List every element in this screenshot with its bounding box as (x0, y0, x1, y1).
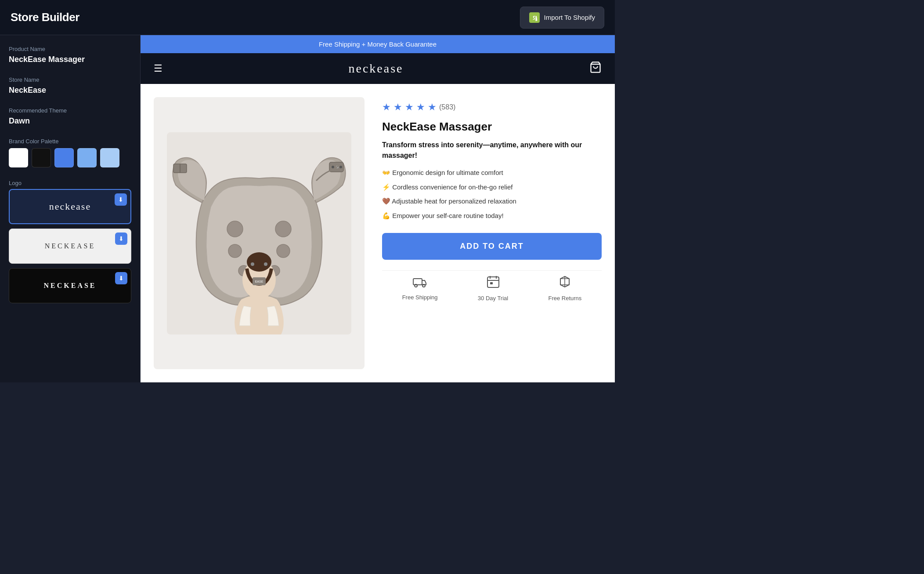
product-image-container: EASE (154, 97, 365, 369)
svg-rect-23 (487, 277, 499, 287)
star-1: ★ (382, 102, 391, 113)
star-4: ★ (416, 102, 425, 113)
color-palette (9, 148, 131, 167)
star-3: ★ (405, 102, 414, 113)
svg-point-2 (227, 221, 243, 237)
product-features: 👐 Ergonomic design for ultimate comfort … (382, 168, 602, 221)
download-icon-1[interactable]: ⬇ (115, 193, 127, 206)
color-palette-section: Brand Color Palette (9, 138, 131, 167)
palette-label: Brand Color Palette (9, 138, 131, 145)
logo-card-dark[interactable]: neckease ⬇ (9, 189, 131, 224)
store-logo: neckease (348, 62, 403, 76)
import-button-label: Import To Shopify (544, 14, 595, 21)
import-to-shopify-button[interactable]: Import To Shopify (520, 7, 604, 29)
logo-text-1: neckease (49, 201, 91, 212)
svg-rect-20 (413, 279, 422, 285)
product-tagline: Transform stress into serenity—anytime, … (382, 140, 602, 161)
stars-row: ★ ★ ★ ★ ★ (583) (382, 102, 602, 113)
main-layout: Product Name NeckEase Massager Store Nam… (0, 35, 615, 382)
theme-label: Recommended Theme (9, 107, 131, 114)
app-title: Store Builder (11, 11, 79, 24)
product-name-label: Product Name (9, 46, 131, 52)
badge-returns-label: Free Returns (548, 295, 581, 302)
feature-3: 🤎 Adjustable heat for personalized relax… (382, 196, 602, 207)
svg-point-21 (415, 284, 417, 287)
shopify-icon (529, 12, 540, 23)
logo-text-2: NECKEASE (45, 242, 96, 250)
download-icon-3[interactable]: ⬇ (115, 272, 127, 284)
download-icon-2[interactable]: ⬇ (115, 233, 127, 245)
color-swatch-lightblue1[interactable] (77, 148, 97, 167)
star-5: ★ (428, 102, 437, 113)
app-header: Store Builder Import To Shopify (0, 0, 615, 35)
badge-shipping-label: Free Shipping (402, 294, 438, 301)
feature-2: ⚡ Cordless convenience for on-the-go rel… (382, 182, 602, 193)
logo-section: Logo neckease ⬇ NECKEASE ⬇ NECKEASE ⬇ (9, 180, 131, 303)
color-swatch-white[interactable] (9, 148, 28, 167)
cart-icon[interactable] (589, 61, 602, 76)
feature-4: 💪 Empower your self-care routine today! (382, 211, 602, 221)
svg-point-16 (251, 262, 254, 266)
badge-trial: 30 Day Trial (478, 275, 508, 302)
color-swatch-blue[interactable] (54, 148, 74, 167)
svg-point-3 (275, 221, 291, 237)
badge-shipping: Free Shipping (402, 275, 438, 302)
store-name-label: Store Name (9, 76, 131, 83)
review-count: (583) (439, 103, 455, 111)
hamburger-icon[interactable]: ☰ (154, 63, 162, 74)
svg-point-15 (247, 252, 271, 272)
store-name-value: NeckEase (9, 86, 131, 95)
logo-label: Logo (9, 180, 131, 186)
theme-value: Dawn (9, 116, 131, 126)
product-title: NeckEase Massager (382, 120, 602, 134)
svg-text:EASE: EASE (255, 280, 263, 283)
star-2: ★ (393, 102, 402, 113)
badge-trial-label: 30 Day Trial (478, 295, 508, 302)
logo-text-3: NECKEASE (43, 282, 96, 290)
sidebar: Product Name NeckEase Massager Store Nam… (0, 35, 141, 382)
store-preview: Free Shipping + Money Back Guarantee ☰ n… (141, 35, 615, 382)
returns-icon (558, 275, 571, 291)
svg-point-22 (422, 284, 425, 287)
product-details: ★ ★ ★ ★ ★ (583) NeckEase Massager Transf… (382, 97, 602, 369)
store-name-section: Store Name NeckEase (9, 76, 131, 95)
svg-point-13 (339, 166, 342, 168)
logo-card-light[interactable]: NECKEASE ⬇ (9, 229, 131, 264)
product-image: EASE (167, 132, 351, 334)
svg-point-4 (228, 244, 242, 258)
svg-point-17 (264, 262, 267, 266)
svg-point-11 (332, 166, 334, 168)
product-name-value: NeckEase Massager (9, 55, 131, 64)
color-swatch-black[interactable] (32, 148, 51, 167)
trial-icon (487, 275, 500, 291)
logo-card-black[interactable]: NECKEASE ⬇ (9, 268, 131, 303)
product-name-section: Product Name NeckEase Massager (9, 46, 131, 64)
product-area: EASE ★ ★ ★ ★ ★ (583) NeckEase Mas (141, 84, 615, 382)
svg-rect-27 (490, 282, 493, 284)
store-nav: ☰ neckease (141, 53, 615, 84)
color-swatch-lightblue2[interactable] (100, 148, 119, 167)
preview-pane: Free Shipping + Money Back Guarantee ☰ n… (141, 35, 615, 382)
svg-point-5 (277, 244, 290, 258)
product-badges: Free Shipping (382, 270, 602, 302)
badge-returns: Free Returns (548, 275, 581, 302)
announcement-bar: Free Shipping + Money Back Guarantee (141, 35, 615, 53)
shipping-icon (413, 275, 427, 291)
theme-section: Recommended Theme Dawn (9, 107, 131, 126)
feature-1: 👐 Ergonomic design for ultimate comfort (382, 168, 602, 178)
add-to-cart-button[interactable]: ADD TO CART (382, 233, 602, 260)
